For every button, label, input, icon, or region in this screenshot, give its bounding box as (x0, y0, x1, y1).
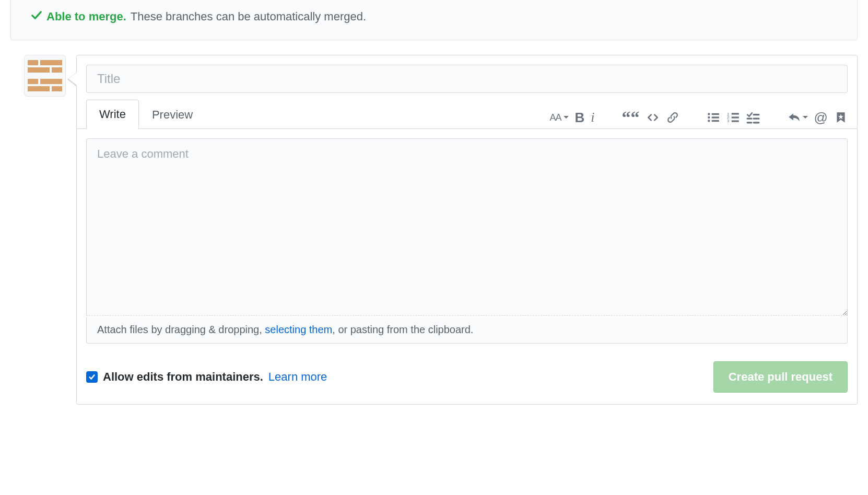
svg-rect-19 (731, 120, 738, 122)
attach-select-link[interactable]: selecting them (265, 324, 332, 335)
compose-box: Write Preview AA B i ““ (76, 55, 858, 405)
svg-rect-13 (711, 120, 719, 122)
svg-rect-7 (52, 86, 62, 91)
title-input[interactable] (86, 65, 848, 93)
mention-icon[interactable]: @ (814, 111, 828, 124)
merge-status-detail: These branches can be automatically merg… (131, 10, 366, 23)
merge-status-banner: Able to merge. These branches can be aut… (10, 0, 858, 40)
task-list-icon[interactable] (746, 111, 760, 124)
code-icon[interactable] (646, 111, 660, 124)
svg-rect-9 (711, 113, 719, 115)
svg-text:3: 3 (727, 119, 729, 123)
svg-rect-3 (52, 67, 62, 73)
svg-point-8 (708, 113, 710, 115)
attach-hint-post: , or pasting from the clipboard. (332, 324, 473, 335)
svg-rect-11 (711, 116, 719, 118)
svg-point-10 (708, 116, 710, 119)
bold-icon[interactable]: B (575, 111, 585, 124)
link-icon[interactable] (666, 111, 679, 124)
reply-icon[interactable] (787, 111, 808, 124)
learn-more-link[interactable]: Learn more (268, 370, 327, 384)
text-size-icon[interactable]: AA (550, 113, 569, 122)
svg-rect-5 (40, 79, 62, 84)
italic-icon[interactable]: i (591, 111, 594, 124)
allow-maintainers-checkbox[interactable] (86, 371, 98, 383)
tab-write[interactable]: Write (86, 100, 139, 129)
svg-point-12 (708, 120, 710, 122)
bookmark-icon[interactable] (834, 111, 848, 124)
tab-preview[interactable]: Preview (139, 100, 206, 129)
unordered-list-icon[interactable] (707, 111, 720, 124)
svg-rect-15 (731, 113, 738, 114)
svg-rect-0 (28, 60, 38, 65)
markdown-toolbar: AA B i ““ (550, 111, 848, 128)
merge-status-strong: Able to merge. (46, 10, 126, 23)
attach-hint: Attach files by dragging & dropping, sel… (86, 317, 848, 344)
ordered-list-icon[interactable]: 123 (726, 111, 740, 124)
quote-icon[interactable]: ““ (622, 114, 640, 121)
svg-rect-1 (40, 60, 62, 65)
avatar (24, 55, 66, 97)
allow-maintainers-label: Allow edits from maintainers. (103, 370, 263, 384)
comment-textarea[interactable] (86, 138, 848, 316)
svg-rect-6 (28, 86, 50, 91)
check-icon (31, 9, 42, 24)
svg-rect-17 (731, 116, 738, 118)
svg-rect-4 (28, 79, 38, 84)
attach-hint-pre: Attach files by dragging & dropping, (97, 324, 265, 335)
create-pull-request-button[interactable]: Create pull request (713, 361, 848, 393)
svg-rect-2 (28, 67, 50, 73)
